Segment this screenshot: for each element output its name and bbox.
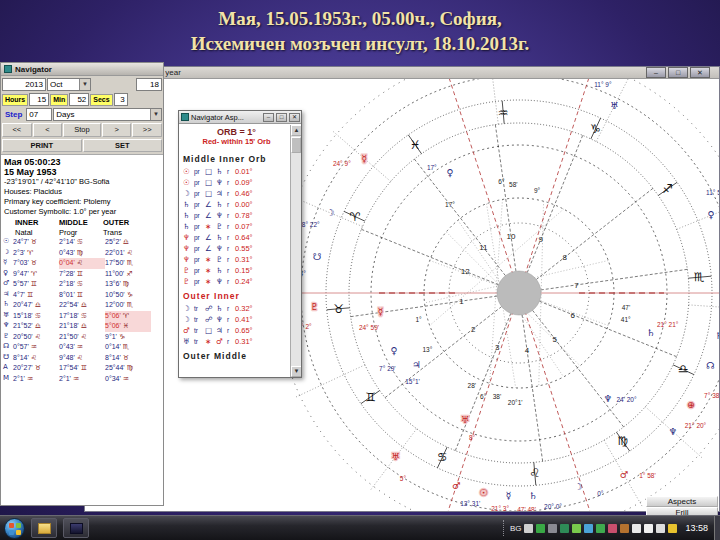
aspect-row: ♂tr□♃r0.65° <box>183 325 290 336</box>
antivirus-icon[interactable] <box>596 524 605 533</box>
month-select[interactable]: Oct ▼ <box>47 78 91 91</box>
set-button[interactable]: SET <box>83 139 163 152</box>
table-row: ☿7°03' ♉0°04' ♌17°50' ♏ <box>3 258 161 269</box>
step-forward-button[interactable]: > <box>102 123 132 137</box>
chart-symbolic: Customer Symbolic: 1.0° per year <box>4 207 160 217</box>
app-tray-icon[interactable] <box>620 524 629 533</box>
orb-red-note: Red- within 15' Orb <box>183 137 290 146</box>
fast-forward-button[interactable]: >> <box>132 123 162 137</box>
scroll-down-button[interactable]: ▼ <box>291 366 302 377</box>
house-number: 4 <box>525 346 530 355</box>
aspects-minimize-button[interactable]: – <box>263 113 274 122</box>
start-button[interactable] <box>4 518 25 539</box>
inner-degree-label: 6° <box>498 178 505 185</box>
aspects-titlebar[interactable]: Navigator Asp... – □ ✕ <box>179 111 301 124</box>
house-number: 11 <box>479 243 488 252</box>
rewind-button[interactable]: << <box>2 123 32 137</box>
year-input[interactable]: 2013 <box>2 78 46 91</box>
clock[interactable]: 13:58 <box>685 523 708 533</box>
hours-input[interactable]: 15 <box>29 93 49 106</box>
taskbar-app-explorer[interactable] <box>31 518 57 538</box>
minimize-button[interactable]: – <box>646 67 666 78</box>
ephemeris-subheader: Natal Progr Trans <box>1 227 163 237</box>
sync-icon[interactable] <box>560 524 569 533</box>
planet-glyph: ☽ <box>574 481 583 492</box>
planet-glyph: ♆ <box>669 426 678 437</box>
printer-icon[interactable] <box>524 524 533 533</box>
inner-degree-label: 6° <box>480 393 487 400</box>
wheel-line <box>361 229 498 284</box>
planet-glyph: ☋ <box>313 251 321 262</box>
secs-label: Secs <box>90 94 112 106</box>
taskbar-app-navigator[interactable] <box>63 518 89 538</box>
section-middle-inner-header: Middle Inner Orb <box>183 154 290 164</box>
battery-icon[interactable] <box>656 524 665 533</box>
planet-glyph: ♀ <box>447 167 454 178</box>
scroll-up-button[interactable]: ▲ <box>291 125 302 136</box>
planet-glyph: ♅ <box>610 100 619 111</box>
aspects-app-icon <box>181 113 189 121</box>
planet-glyph: ☊ <box>706 360 714 371</box>
status-icon[interactable] <box>572 524 581 533</box>
aspects-scrollbar[interactable]: ▲ ▼ <box>290 125 301 377</box>
planet-degree-label: 15°1' <box>405 378 420 385</box>
zodiac-glyph: ♐ <box>662 182 673 196</box>
planet-glyph: ♅ <box>391 451 400 462</box>
inner-degree-label: 20°1' <box>508 399 523 406</box>
zodiac-glyph: ♏ <box>694 270 705 284</box>
center-disc <box>497 271 541 315</box>
planet-glyph: ♀ <box>390 345 397 356</box>
planet-degree-label: 17° <box>427 164 437 171</box>
globe-icon[interactable] <box>584 524 593 533</box>
day-input[interactable]: 18 <box>136 78 162 91</box>
step-input[interactable]: 07 <box>26 108 52 121</box>
show-desktop-button[interactable] <box>714 516 720 540</box>
zodiac-glyph: ♎ <box>678 362 689 376</box>
flag-icon[interactable] <box>644 524 653 533</box>
table-row: ♀9°47' ♈7°28' ♊11°00' ♐ <box>3 269 161 280</box>
wheel-line <box>430 209 564 325</box>
min-input[interactable]: 52 <box>69 93 89 106</box>
maximize-button[interactable]: □ <box>668 67 688 78</box>
chart-time: Мая 05:00:23 <box>4 157 160 167</box>
aspects-maximize-button[interactable]: □ <box>276 113 287 122</box>
aspects-button[interactable]: Aspects <box>646 496 718 507</box>
planet-glyph: ♄ <box>529 490 538 501</box>
aspect-row: ♅tr∗♂r0.31° <box>183 336 290 347</box>
close-button[interactable]: ✕ <box>690 67 710 78</box>
secs-input[interactable]: 3 <box>114 93 128 106</box>
volume-icon[interactable] <box>632 524 641 533</box>
shield-icon[interactable] <box>608 524 617 533</box>
planet-degree-label: 21° 3° <box>491 505 509 511</box>
house-number: 5 <box>552 335 557 344</box>
navigator-titlebar[interactable]: Navigator <box>1 63 163 76</box>
planet-degree-label: 21° 21° <box>657 321 679 328</box>
zodiac-glyph: ♒ <box>498 106 509 120</box>
scroll-thumb[interactable] <box>291 137 301 153</box>
house-number: 1 <box>459 297 464 306</box>
uac-shield-icon[interactable] <box>668 524 677 533</box>
table-row: A20°27' ♉17°54' ♊25°44' ♍ <box>3 363 161 374</box>
aspect-row: ♇pr∗♄r0.15° <box>183 265 290 276</box>
aspect-row: ♆pr∠♆r0.55° <box>183 243 290 254</box>
planet-degree-label: 11° 55' <box>706 189 719 196</box>
aspects-close-button[interactable]: ✕ <box>289 113 300 122</box>
update-icon[interactable] <box>548 524 557 533</box>
taskbar: BG 13:58 <box>0 515 720 540</box>
print-button[interactable]: PRINT <box>2 139 82 152</box>
inner-degree-label: 1° <box>415 316 422 323</box>
min-label: Min <box>50 94 68 106</box>
table-row: ☋8°14' ♌9°48' ♌8°14' ♉ <box>3 353 161 364</box>
month-dropdown-arrow[interactable]: ▼ <box>79 79 90 90</box>
network-icon[interactable] <box>536 524 545 533</box>
step-back-button[interactable]: < <box>33 123 63 137</box>
language-indicator[interactable]: BG <box>510 524 522 533</box>
desktop-title-line2: Исхемичен мозъчен инсулт, 18.10.2013г. <box>0 31 720 56</box>
desktop-title-line1: Мая, 15.05.1953г., 05.00ч., София, <box>0 6 720 31</box>
table-row: ☊0°57' ♒0°43' ♒0°14' ♏ <box>3 342 161 353</box>
planet-degree-label: 7° 38' <box>704 392 719 399</box>
stop-button[interactable]: Stop <box>63 123 101 137</box>
planet-glyph: ☿ <box>377 306 383 317</box>
step-unit-select[interactable]: Days ▼ <box>53 108 162 121</box>
step-unit-dropdown-arrow[interactable]: ▼ <box>150 109 161 120</box>
